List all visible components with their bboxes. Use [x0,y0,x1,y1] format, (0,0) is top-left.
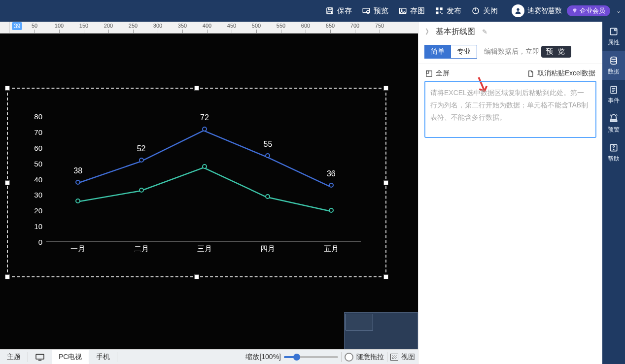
saveimage-button[interactable]: 存图 [398,6,425,16]
svg-rect-26 [610,120,617,122]
monitor-icon [35,353,45,361]
data-point [75,180,80,185]
cursor-position-badge: 39 [12,22,22,30]
data-label: 72 [200,113,209,122]
device-icon[interactable] [28,350,52,364]
mode-simple-tab[interactable]: 简单 [424,45,451,59]
y-tick: 30 [28,191,42,199]
data-label: 38 [73,166,82,175]
x-tick: 四月 [260,244,275,254]
data-point [139,188,144,193]
cancel-paste-button[interactable]: 取消粘贴Excel数据 [527,69,595,78]
x-tick: 五月 [324,244,339,254]
svg-line-24 [610,115,612,116]
fullscreen-button[interactable]: 全屏 [425,69,450,78]
svg-rect-2 [328,11,332,14]
user-menu[interactable]: 迪赛智慧数 企业会员 ⌄ [512,4,621,17]
rail-tab-alert[interactable]: 预警 [602,109,625,138]
rail-tab-data[interactable]: 数据 [602,51,625,80]
y-tick: 20 [28,206,42,215]
svg-rect-8 [440,7,443,10]
data-point [139,158,144,163]
svg-rect-16 [426,70,429,73]
svg-point-19 [611,57,617,60]
theme-button[interactable]: 主题 [0,350,28,364]
data-point [329,208,334,213]
fullscreen-icon [425,70,433,77]
x-tick: 三月 [197,244,212,254]
device-pc-tab[interactable]: PC电视 [52,350,89,364]
bottom-bar: 主题 PC电视 手机 缩放[100%] 随意拖拉 视图 [0,349,418,364]
collapse-panel-icon[interactable]: 》 [425,28,431,36]
svg-rect-7 [436,7,438,10]
edit-title-icon[interactable]: ✎ [482,28,487,35]
attributes-icon [609,27,619,36]
member-badge: 企业会员 [567,5,610,16]
selected-widget[interactable]: 01020304050607080 3852725536 一月二月三月四月五月 [7,88,386,277]
svg-rect-9 [436,12,438,14]
file-icon [527,70,534,77]
x-tick: 一月 [70,244,85,254]
alert-icon [609,114,619,124]
data-point [202,164,207,169]
property-panel: 》 基本折线图 ✎ 简单 专业 编辑数据后，立即 预 览 全屏 取消粘贴Exce… [418,22,602,364]
minimap-viewport[interactable] [346,314,373,331]
right-rail: 属性 数据 事件 预警 帮助 [602,22,625,364]
svg-point-28 [613,149,614,150]
data-label: 36 [327,169,336,178]
rail-tab-attributes[interactable]: 属性 [602,22,625,51]
brand-name: 迪赛智慧数 [527,6,562,15]
y-tick: 0 [28,238,42,246]
y-tick: 40 [28,175,42,183]
excel-paste-input[interactable]: 请将EXCEL选中数据区域复制后粘贴到此处。第一行为列名，第二行开始为数据；单元… [424,81,596,138]
mode-pro-tab[interactable]: 专业 [451,45,477,59]
data-point [75,199,80,203]
top-bar: 保存 预览 存图 发布 关闭 迪赛智慧数 企业会员 ⌄ [0,0,625,22]
save-button[interactable]: 保存 [325,6,352,16]
diamond-icon [572,8,578,14]
data-label: 55 [263,140,272,149]
svg-point-6 [401,9,402,10]
data-point [265,194,270,199]
save-icon [325,6,334,15]
close-button[interactable]: 关闭 [471,6,498,16]
y-tick: 10 [28,222,42,231]
data-point [265,153,270,158]
preview-button[interactable]: 预览 [362,6,388,16]
svg-point-14 [517,8,519,11]
x-tick: 二月 [134,244,149,254]
preview-icon [362,6,371,15]
svg-point-18 [615,29,616,31]
hint-text: 编辑数据后，立即 [484,47,539,56]
svg-rect-11 [442,13,443,14]
publish-button[interactable]: 发布 [435,6,461,16]
data-label: 52 [137,144,146,153]
y-tick: 80 [28,112,42,121]
y-tick: 70 [28,128,42,136]
zoom-label: 缩放[100%] [245,353,281,362]
svg-rect-10 [440,12,441,13]
rail-tab-help[interactable]: 帮助 [602,138,625,167]
event-icon [609,85,619,95]
qr-icon [435,6,444,15]
database-icon [609,56,619,66]
free-drag-label: 随意拖拉 [356,353,384,362]
y-tick: 50 [28,159,42,167]
zoom-slider[interactable] [284,356,338,358]
view-label: 视图 [401,353,415,362]
y-tick: 60 [28,143,42,152]
panel-preview-button[interactable]: 预 览 [541,46,571,58]
chevron-down-icon: ⌄ [616,7,621,14]
panel-title: 基本折线图 [436,27,475,37]
svg-line-25 [616,115,618,116]
canvas[interactable]: 01020304050607080 3852725536 一月二月三月四月五月 [0,33,418,349]
minimap[interactable] [344,312,418,349]
power-icon [471,6,480,15]
free-drag-toggle[interactable] [345,353,353,362]
rail-tab-event[interactable]: 事件 [602,80,625,109]
data-point [329,183,334,188]
svg-rect-29 [36,354,44,359]
view-icon[interactable] [390,354,398,361]
svg-rect-1 [328,8,331,10]
device-mobile-tab[interactable]: 手机 [89,350,117,364]
